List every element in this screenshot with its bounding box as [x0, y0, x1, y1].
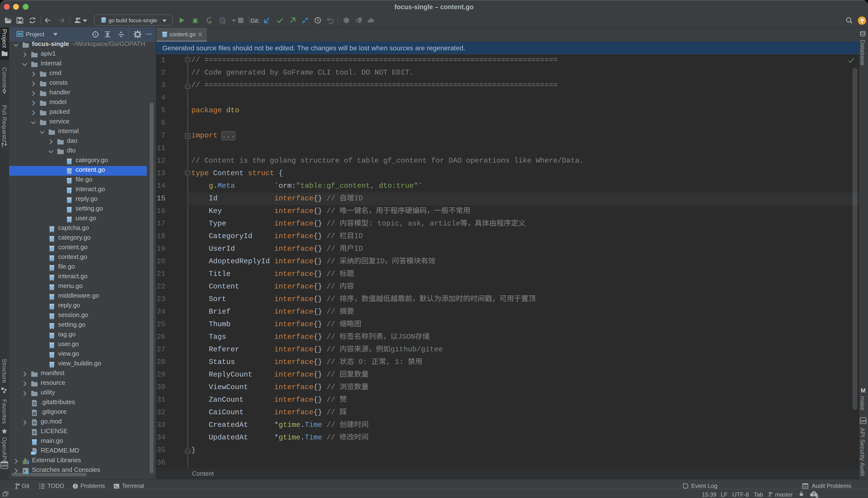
svg-text:?: ? [813, 492, 815, 497]
svg-text:MD: MD [31, 451, 36, 455]
svg-text:/API: /API [1, 464, 7, 468]
svg-text:/API: /API [803, 485, 807, 488]
svg-text:/API: /API [860, 420, 865, 422]
